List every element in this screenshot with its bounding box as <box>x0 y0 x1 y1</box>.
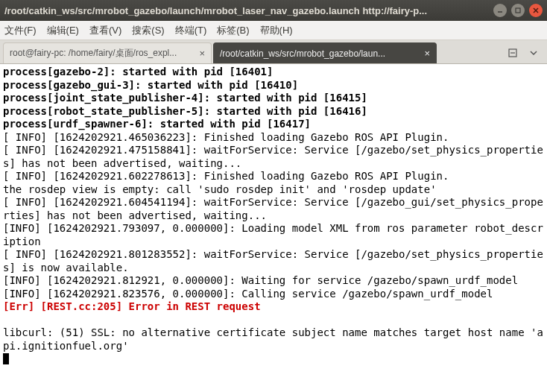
menu-edit[interactable]: 编辑(E) <box>47 24 79 37</box>
menubar: 文件(F) 编辑(E) 查看(V) 搜索(S) 终端(T) 标签(B) 帮助(H… <box>0 21 547 40</box>
titlebar: /root/catkin_ws/src/mrobot_gazebo/launch… <box>0 0 547 21</box>
terminal-line <box>3 314 544 327</box>
menu-view[interactable]: 查看(V) <box>89 24 121 37</box>
close-button[interactable] <box>529 4 543 17</box>
tab-2-label: /root/catkin_ws/src/mrobot_gazebo/laun..… <box>220 48 418 59</box>
new-tab-button[interactable] <box>505 45 520 60</box>
terminal-cursor-line <box>3 353 544 366</box>
tab-1[interactable]: root@fairy-pc: /home/fairy/桌面/ros_expl..… <box>3 42 212 63</box>
menu-file[interactable]: 文件(F) <box>4 24 37 37</box>
new-tab-icon <box>508 48 518 58</box>
terminal-line: process[gazebo-2]: started with pid [164… <box>3 66 544 79</box>
terminal-line: [ INFO] [1624202921.465036223]: Finished… <box>3 131 544 145</box>
terminal-line: [INFO] [1624202921.793097, 0.000000]: Lo… <box>3 222 544 248</box>
tab-menu-button[interactable] <box>526 45 541 60</box>
tabbar: root@fairy-pc: /home/fairy/桌面/ros_expl..… <box>0 40 547 64</box>
terminal-line: process[gazebo_gui-3]: started with pid … <box>3 79 544 92</box>
terminal-line: the rosdep view is empty: call 'sudo ros… <box>3 183 544 197</box>
terminal-line: [Err] [REST.cc:205] Error in REST reques… <box>3 300 544 314</box>
terminal-line: process[robot_state_publisher-5]: starte… <box>3 105 544 118</box>
tab-2[interactable]: /root/catkin_ws/src/mrobot_gazebo/laun..… <box>213 42 437 63</box>
tab-1-label: root@fairy-pc: /home/fairy/桌面/ros_expl..… <box>10 47 193 60</box>
chevron-down-icon <box>530 49 537 57</box>
minimize-icon <box>497 7 503 13</box>
terminal-line: [ INFO] [1624202921.604541194]: waitForS… <box>3 196 544 222</box>
menu-tabs[interactable]: 标签(B) <box>217 24 249 37</box>
tab-2-close[interactable]: × <box>424 48 430 59</box>
terminal-line: [INFO] [1624202921.823576, 0.000000]: Ca… <box>3 288 544 301</box>
minimize-button[interactable] <box>493 4 507 17</box>
close-icon <box>533 7 539 13</box>
terminal-output[interactable]: process[gazebo-2]: started with pid [164… <box>0 64 547 392</box>
terminal-line: process[urdf_spawner-6]: started with pi… <box>3 118 544 131</box>
terminal-line: process[joint_state_publisher-4]: starte… <box>3 92 544 105</box>
terminal-cursor <box>3 353 9 364</box>
maximize-button[interactable] <box>511 4 525 17</box>
menu-help[interactable]: 帮助(H) <box>260 24 293 37</box>
window-title: /root/catkin_ws/src/mrobot_gazebo/launch… <box>4 5 489 16</box>
tab-1-close[interactable]: × <box>199 48 205 59</box>
terminal-line: [ INFO] [1624202921.602278613]: Finished… <box>3 170 544 183</box>
terminal-line: libcurl: (51) SSL: no alternative certif… <box>3 326 544 353</box>
maximize-icon <box>515 7 521 13</box>
menu-terminal[interactable]: 终端(T) <box>175 24 207 37</box>
tabbar-right <box>505 42 544 63</box>
terminal-line: [ INFO] [1624202921.475158841]: waitForS… <box>3 144 544 170</box>
svg-rect-1 <box>516 8 520 13</box>
terminal-line: [INFO] [1624202921.812921, 0.000000]: Wa… <box>3 274 544 288</box>
terminal-line: [ INFO] [1624202921.801283552]: waitForS… <box>3 248 544 274</box>
menu-search[interactable]: 搜索(S) <box>132 24 164 37</box>
